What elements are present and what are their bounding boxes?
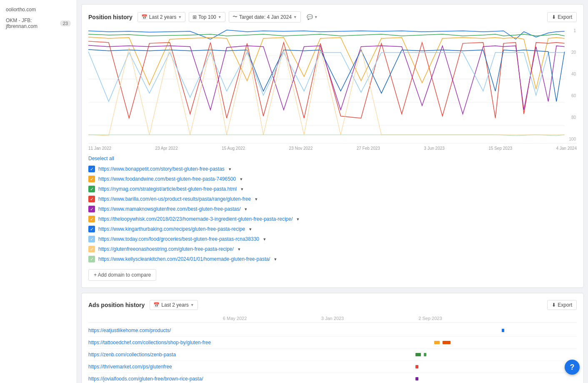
url-list-item[interactable]: ✓https://glutenfreeonashoestring.com/glu… xyxy=(88,244,577,254)
export-icon: ⬇ xyxy=(552,14,556,20)
url-checkbox[interactable]: ✓ xyxy=(88,226,95,232)
comment-icon: 💬 xyxy=(307,14,313,20)
url-link-text[interactable]: https://www.today.com/food/groceries/bes… xyxy=(98,236,259,242)
y-label-20: 20 xyxy=(564,50,576,55)
date-range-btn[interactable]: 📅 Last 2 years ▼ xyxy=(138,12,185,22)
y-label-100: 100 xyxy=(564,137,576,141)
comment-btn[interactable]: 💬 ▼ xyxy=(304,13,320,21)
url-link-text[interactable]: https://www.barilla.com/en-us/product-re… xyxy=(98,196,251,202)
calendar-icon: 📅 xyxy=(141,14,148,20)
export-btn[interactable]: ⬇ Export xyxy=(547,12,577,22)
url-link-text[interactable]: https://glutenfreeonashoestring.com/glut… xyxy=(98,246,234,252)
chevron-down-icon: ▼ xyxy=(178,15,182,19)
y-label-80: 80 xyxy=(564,115,576,120)
url-link-text[interactable]: https://www.kingarthurbaking.com/recipes… xyxy=(98,226,245,232)
url-link-text[interactable]: https://www.kellyscleankitchen.com/2024/… xyxy=(98,256,270,262)
sidebar-item-okm[interactable]: OKM - JFB: jfbrennan.com 23 xyxy=(0,15,77,32)
url-dropdown-chevron[interactable]: ▾ xyxy=(297,217,299,222)
url-dropdown-chevron[interactable]: ▾ xyxy=(249,227,252,232)
sidebar-site-name: ooliortho.com xyxy=(6,7,36,13)
ads-row-url[interactable]: https://jovialfoods.com/gluten-free/brow… xyxy=(88,376,308,382)
y-label-40: 40 xyxy=(564,72,576,76)
ads-row: https://zenb.com/collections/zenb-pasta xyxy=(88,349,577,361)
url-dropdown-chevron[interactable]: ▾ xyxy=(238,247,240,252)
url-checkbox[interactable]: ✓ xyxy=(88,216,95,222)
ads-rows: https://eatjustlikehome.com/products/htt… xyxy=(88,325,577,383)
ads-bar xyxy=(415,377,418,380)
url-list-item[interactable]: ✓https://nymag.com/strategist/article/be… xyxy=(88,184,577,194)
url-checkbox[interactable]: ✓ xyxy=(88,176,95,182)
ads-calendar-icon: 📅 xyxy=(153,302,160,308)
ads-row-bars xyxy=(308,363,577,370)
url-link-text[interactable]: https://www.foodandwine.com/best-gluten-… xyxy=(98,176,236,182)
url-dropdown-chevron[interactable]: ▾ xyxy=(240,176,243,182)
url-dropdown-chevron[interactable]: ▾ xyxy=(255,197,258,202)
ads-bar xyxy=(443,341,450,344)
ads-row: https://thrivemarket.com/ps/glutenfree xyxy=(88,361,577,373)
url-list-item[interactable]: ✓https://www.mamaknowsglutenfree.com/bes… xyxy=(88,204,577,214)
url-checkbox[interactable]: ✓ xyxy=(88,196,95,202)
ads-bar xyxy=(415,365,418,368)
main-content: Position history 📅 Last 2 years ▼ ⊞ Top … xyxy=(77,0,588,383)
url-list-item[interactable]: ✓https://theloopywhisk.com/2018/02/23/ho… xyxy=(88,214,577,224)
url-checkbox[interactable]: ✓ xyxy=(88,246,95,252)
ads-date-range-btn[interactable]: 📅 Last 2 years ▼ xyxy=(150,300,198,310)
target-date-btn[interactable]: 〜 Target date: 4 Jan 2024 ▼ xyxy=(229,11,301,23)
sidebar-badge: 23 xyxy=(60,20,71,26)
ads-row-url[interactable]: https://zenb.com/collections/zenb-pasta xyxy=(88,352,308,358)
x-label-0: 11 Jan 2022 xyxy=(88,146,111,151)
url-list: ✓https://www.bonappetit.com/story/best-g… xyxy=(88,164,577,264)
url-checkbox[interactable]: ✓ xyxy=(88,256,95,262)
url-checkbox[interactable]: ✓ xyxy=(88,186,95,192)
sidebar-item-ooliortho[interactable]: ooliortho.com xyxy=(0,4,77,15)
url-dropdown-chevron[interactable]: ▾ xyxy=(263,237,266,242)
url-link-text[interactable]: https://theloopywhisk.com/2018/02/23/hom… xyxy=(98,216,293,222)
ads-date-range-label: Last 2 years xyxy=(161,302,188,308)
url-checkbox[interactable]: ✓ xyxy=(88,206,95,212)
url-dropdown-chevron[interactable]: ▾ xyxy=(241,186,243,192)
url-list-item[interactable]: ✓https://www.barilla.com/en-us/product-r… xyxy=(88,194,577,204)
ads-export-label: Export xyxy=(558,302,572,308)
url-link-text[interactable]: https://www.mamaknowsglutenfree.com/best… xyxy=(98,206,240,212)
ads-bar xyxy=(415,353,421,356)
top-filter-label: Top 100 xyxy=(198,14,216,20)
ads-position-history-card: Ads position history 📅 Last 2 years ▼ ⬇ … xyxy=(81,293,584,383)
url-dropdown-chevron[interactable]: ▾ xyxy=(274,257,277,262)
add-domain-btn[interactable]: + Add domain to compare xyxy=(88,269,156,281)
ads-row-bars xyxy=(308,375,577,383)
url-list-item[interactable]: ✓https://www.foodandwine.com/best-gluten… xyxy=(88,174,577,184)
ads-row-url[interactable]: https://tattooedchef.com/collections/sho… xyxy=(88,340,308,345)
x-label-1: 23 Apr 2022 xyxy=(155,146,178,151)
grid-icon: ⊞ xyxy=(193,14,197,20)
ads-row-url[interactable]: https://eatjustlikehome.com/products/ xyxy=(88,328,308,333)
ads-row: https://eatjustlikehome.com/products/ xyxy=(88,325,577,337)
ads-row-url[interactable]: https://thrivemarket.com/ps/glutenfree xyxy=(88,364,308,370)
help-btn[interactable]: ? xyxy=(565,360,580,375)
ads-bar xyxy=(434,341,440,344)
url-checkbox[interactable]: ✓ xyxy=(88,236,95,242)
deselect-all-btn[interactable]: Deselect all xyxy=(88,156,577,161)
chevron-down-icon-4: ▼ xyxy=(314,15,318,19)
position-history-title: Position history xyxy=(88,14,133,20)
url-list-item[interactable]: ✓https://www.bonappetit.com/story/best-g… xyxy=(88,164,577,174)
ads-x-label-2: 3 Jan 2023 xyxy=(284,316,381,321)
ads-x-label-1: 6 May 2022 xyxy=(186,316,283,321)
x-label-6: 15 Sep 2023 xyxy=(488,146,512,151)
ads-row-bars xyxy=(308,327,577,334)
url-dropdown-chevron[interactable]: ▾ xyxy=(245,207,247,212)
url-link-text[interactable]: https://www.bonappetit.com/story/best-gl… xyxy=(98,166,225,172)
ads-chevron-down-icon: ▼ xyxy=(190,303,194,307)
ads-x-label-4 xyxy=(479,316,577,321)
ads-export-btn[interactable]: ⬇ Export xyxy=(547,300,577,310)
ads-bar xyxy=(424,353,426,356)
url-list-item[interactable]: ✓https://www.kellyscleankitchen.com/2024… xyxy=(88,254,577,264)
url-list-item[interactable]: ✓https://www.kingarthurbaking.com/recipe… xyxy=(88,224,577,234)
x-label-3: 23 Nov 2022 xyxy=(289,146,313,151)
top-filter-btn[interactable]: ⊞ Top 100 ▼ xyxy=(189,12,225,22)
url-checkbox[interactable]: ✓ xyxy=(88,166,95,172)
url-dropdown-chevron[interactable]: ▾ xyxy=(229,166,231,172)
url-link-text[interactable]: https://nymag.com/strategist/article/bes… xyxy=(98,186,237,192)
url-list-item[interactable]: ✓https://www.today.com/food/groceries/be… xyxy=(88,234,577,244)
ads-row: https://tattooedchef.com/collections/sho… xyxy=(88,337,577,349)
chevron-down-icon-2: ▼ xyxy=(218,15,222,19)
